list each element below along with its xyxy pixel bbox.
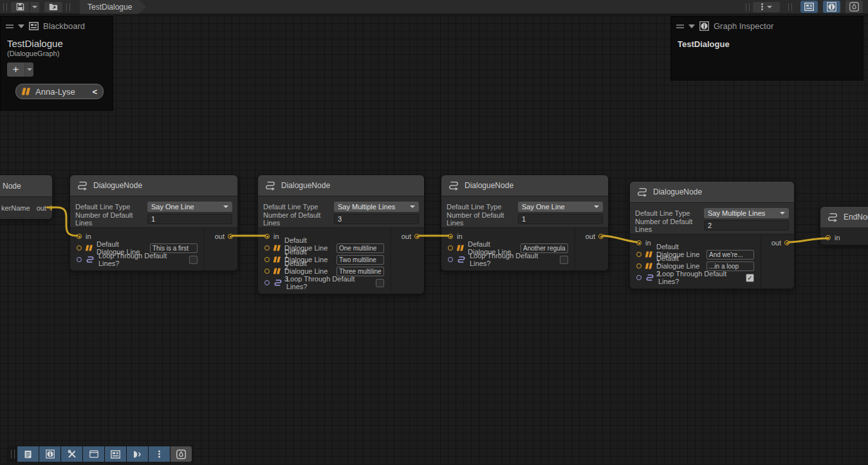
loop-checkbox[interactable]: ✓ — [746, 274, 754, 282]
dialogue-line-field[interactable]: One multiline — [337, 243, 384, 253]
dialogue-line-port[interactable] — [448, 245, 453, 251]
foldout-triangle-icon[interactable] — [18, 24, 24, 28]
blackboard-graph-type: (DialogueGraph) — [1, 49, 113, 57]
dialogue-node-icon — [264, 180, 276, 191]
toolbar-drag-handle[interactable] — [788, 3, 792, 11]
toolbar-drag-handle[interactable] — [3, 3, 7, 11]
in-port[interactable] — [264, 234, 270, 239]
toolbar-drag-handle[interactable] — [746, 3, 750, 11]
toggle-playback-button[interactable] — [127, 446, 148, 462]
speaker-node-partial[interactable]: Node kerName out — [0, 175, 53, 220]
loop-port[interactable] — [636, 275, 642, 280]
dialogue-line-port[interactable] — [77, 245, 82, 251]
blackboard-icon — [111, 450, 120, 459]
blackboard-icon — [29, 22, 39, 30]
blackboard-panel[interactable]: Blackboard TestDialogue (DialogueGraph) … — [0, 16, 113, 111]
graph-inspector-panel[interactable]: Graph Inspector TestDialogue — [670, 16, 863, 81]
overflow-menu-button[interactable] — [753, 2, 780, 12]
chevron-down-icon — [32, 6, 37, 8]
toggle-window-button[interactable] — [83, 446, 104, 462]
blackboard-graph-name[interactable]: TestDialogue — [1, 34, 113, 49]
end-node-icon — [827, 212, 838, 222]
toggle-preview-button[interactable] — [845, 1, 863, 13]
out-port[interactable] — [598, 234, 604, 239]
line-type-dropdown[interactable]: Say Multiple Lines — [334, 202, 419, 212]
drag-handle-icon[interactable] — [6, 24, 14, 28]
loop-label: Loop Through Default Lines? — [98, 252, 184, 267]
add-property-dropdown[interactable] — [24, 62, 33, 77]
collapse-chevron-icon[interactable]: < — [92, 87, 97, 97]
loop-checkbox[interactable] — [189, 256, 198, 264]
dialogue-line-port[interactable] — [264, 257, 270, 262]
toggle-preview-button[interactable] — [171, 446, 192, 462]
info-icon — [46, 450, 55, 459]
node-title-bar[interactable]: DialogueNode — [258, 175, 424, 196]
node-title-bar[interactable]: DialogueNode — [70, 175, 237, 196]
add-property-button[interactable]: + — [7, 62, 24, 77]
num-lines-field[interactable]: 3 — [334, 214, 419, 224]
toggle-console-button[interactable] — [17, 446, 39, 462]
dialogue-line-port[interactable] — [636, 263, 642, 269]
in-port[interactable] — [636, 240, 642, 245]
num-lines-field[interactable]: 1 — [147, 214, 232, 224]
end-node[interactable]: EndNode in — [820, 206, 868, 245]
loop-checkbox[interactable] — [560, 256, 568, 264]
node-title-bar[interactable]: EndNode — [820, 207, 868, 227]
node-title-bar[interactable]: DialogueNode — [630, 182, 794, 202]
open-asset-button[interactable] — [44, 1, 63, 13]
dialogue-node-3[interactable]: DialogueNode Default Line Type Say One L… — [441, 175, 609, 271]
line-type-dropdown[interactable]: Say One Line — [147, 202, 232, 212]
dialogue-node-4[interactable]: DialogueNode Default Line Type Say Multi… — [629, 181, 795, 289]
vertical-dots-icon — [761, 3, 763, 10]
line-type-dropdown[interactable]: Say Multiple Lines — [704, 208, 789, 218]
toggle-tools-button[interactable] — [61, 446, 82, 462]
out-port[interactable] — [50, 205, 53, 211]
loop-checkbox[interactable] — [376, 279, 384, 287]
breadcrumb-tab-testdialogue[interactable]: TestDialogue — [80, 0, 146, 14]
toggle-blackboard-button[interactable] — [105, 446, 126, 462]
out-port[interactable] — [228, 234, 233, 239]
save-options-dropdown[interactable] — [30, 1, 40, 13]
out-port[interactable] — [414, 234, 420, 239]
dialogue-play-icon — [133, 450, 142, 459]
out-port-label: out — [771, 239, 781, 247]
in-port[interactable] — [77, 234, 82, 239]
num-lines-field[interactable]: 2 — [704, 220, 789, 231]
node-title-bar[interactable]: Node — [0, 175, 52, 196]
dialogue-node-icon — [636, 187, 648, 197]
toolbar-drag-handle[interactable] — [66, 3, 70, 11]
dialogue-line-port[interactable] — [264, 245, 270, 251]
loop-port[interactable] — [77, 257, 82, 262]
graph-canvas[interactable]: Node kerName out DialogueNode Default Li… — [0, 0, 868, 465]
blackboard-property-anna-lyse[interactable]: Anna-Lyse < — [15, 84, 104, 99]
dialogue-node-1[interactable]: DialogueNode Default Line Type Say One L… — [69, 175, 238, 271]
loop-port[interactable] — [448, 257, 453, 262]
dialogue-line-field[interactable]: Two multiline — [337, 255, 384, 265]
toggle-inspector-button[interactable] — [823, 1, 840, 13]
panel-title: Blackboard — [43, 21, 85, 31]
in-port[interactable] — [826, 235, 831, 240]
dialogue-line-port[interactable] — [264, 269, 270, 274]
node-title-bar[interactable]: DialogueNode — [441, 175, 608, 196]
save-button[interactable] — [10, 1, 30, 13]
in-port-label: in — [835, 234, 840, 242]
line-type-dropdown[interactable]: Say One Line — [518, 202, 603, 212]
out-port[interactable] — [784, 240, 790, 245]
toggle-inspector-button[interactable] — [39, 446, 60, 462]
num-lines-field[interactable]: 1 — [518, 214, 603, 224]
overflow-menu-button[interactable] — [149, 446, 170, 462]
toggle-blackboard-button[interactable] — [800, 1, 818, 13]
in-port[interactable] — [448, 234, 453, 239]
toolbar-drag-handle[interactable] — [11, 450, 15, 459]
loop-label: Loop Through Default Lines? — [470, 252, 555, 267]
node-properties: Default Line Type Say Multiple Lines Num… — [258, 196, 424, 228]
foldout-triangle-icon[interactable] — [688, 24, 695, 28]
loop-port[interactable] — [264, 280, 270, 285]
node-properties: Default Line Type Say One Line Number of… — [441, 196, 608, 228]
dialogue-node-2[interactable]: DialogueNode Default Line Type Say Multi… — [257, 175, 425, 294]
drag-handle-icon[interactable] — [676, 24, 684, 28]
dialogue-line-port[interactable] — [636, 252, 642, 257]
out-port-label: out — [37, 204, 46, 212]
dialogue-line-field[interactable]: And we're... — [706, 250, 754, 260]
tools-icon — [68, 450, 77, 459]
